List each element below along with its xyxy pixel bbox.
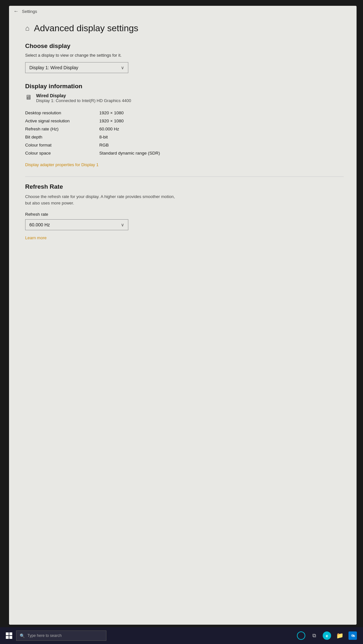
- home-icon: ⌂: [25, 24, 29, 33]
- info-value-0: 1920 × 1080: [99, 110, 123, 115]
- display-dropdown-value: Display 1: Wired Display: [29, 65, 78, 70]
- taskbar: 🔍 Type here to search ⧉ e 📁 🛍: [0, 627, 363, 644]
- search-icon: 🔍: [20, 633, 25, 638]
- info-value-2: 60.000 Hz: [99, 127, 119, 131]
- taskbar-right: ⧉ e 📁 🛍: [296, 630, 361, 641]
- info-value-4: RGB: [99, 143, 109, 147]
- choose-display-section: Choose display Select a display to view …: [25, 43, 344, 73]
- choose-display-header: Choose display: [25, 43, 344, 50]
- refresh-rate-label: Refresh rate: [25, 212, 344, 217]
- table-row: Active signal resolution 1920 × 1080: [25, 117, 344, 125]
- table-row: Bit depth 8-bit: [25, 133, 344, 141]
- store-button[interactable]: 🛍: [348, 630, 358, 641]
- info-value-5: Standard dynamic range (SDR): [99, 151, 160, 156]
- display-info-header: Display information: [25, 83, 344, 90]
- windows-icon: [6, 632, 12, 639]
- info-label-1: Active signal resolution: [25, 118, 93, 123]
- refresh-rate-section: Refresh Rate Choose the refresh rate for…: [25, 183, 344, 241]
- main-content: ⌂ Advanced display settings Choose displ…: [9, 17, 357, 625]
- back-button[interactable]: ←: [14, 8, 19, 14]
- file-explorer-icon: 📁: [336, 632, 343, 639]
- section-divider: [25, 176, 344, 177]
- search-bar[interactable]: 🔍 Type here to search: [16, 630, 106, 641]
- table-row: Desktop resolution 1920 × 1080: [25, 109, 344, 117]
- refresh-rate-header: Refresh Rate: [25, 183, 344, 190]
- info-label-2: Refresh rate (Hz): [25, 127, 93, 131]
- topbar-title: Settings: [22, 9, 37, 14]
- store-icon: 🛍: [348, 631, 357, 640]
- table-row: Colour format RGB: [25, 141, 344, 149]
- cortana-icon: [297, 631, 305, 640]
- info-label-4: Colour format: [25, 143, 93, 147]
- choose-display-description: Select a display to view or change the s…: [25, 53, 344, 58]
- top-bar: ← Settings: [9, 6, 357, 17]
- refresh-rate-dropdown[interactable]: 60.000 Hz ∨: [25, 219, 128, 230]
- device-sub: Display 1: Connected to Intel(R) HD Grap…: [36, 98, 131, 103]
- device-name: Wired Display: [36, 93, 131, 98]
- display-dropdown[interactable]: Display 1: Wired Display ∨: [25, 62, 128, 73]
- task-view-button[interactable]: ⧉: [309, 630, 319, 641]
- refresh-rate-description: Choose the refresh rate for your display…: [25, 194, 180, 206]
- file-explorer-button[interactable]: 📁: [335, 630, 345, 641]
- refresh-rate-dropdown-value: 60.000 Hz: [29, 222, 50, 227]
- info-table: Desktop resolution 1920 × 1080 Active si…: [25, 109, 344, 157]
- table-row: Refresh rate (Hz) 60.000 Hz: [25, 125, 344, 133]
- info-value-1: 1920 × 1080: [99, 118, 123, 123]
- refresh-rate-dropdown-arrow: ∨: [121, 222, 124, 227]
- search-placeholder: Type here to search: [27, 633, 62, 638]
- table-row: Colour space Standard dynamic range (SDR…: [25, 149, 344, 157]
- start-button[interactable]: [2, 629, 16, 643]
- learn-more-link[interactable]: Learn more: [25, 235, 46, 240]
- cortana-button[interactable]: [296, 630, 306, 641]
- info-label-3: Bit depth: [25, 135, 93, 139]
- display-device-row: 🖥 Wired Display Display 1: Connected to …: [25, 93, 344, 103]
- page-title: Advanced display settings: [34, 23, 138, 33]
- edge-button[interactable]: e: [322, 630, 332, 641]
- adapter-properties-link[interactable]: Display adapter properties for Display 1: [25, 162, 99, 167]
- info-value-3: 8-bit: [99, 135, 108, 139]
- display-info-section: Display information 🖥 Wired Display Disp…: [25, 83, 344, 167]
- edge-icon: e: [323, 631, 331, 640]
- display-device-info: Wired Display Display 1: Connected to In…: [36, 93, 131, 103]
- display-dropdown-arrow: ∨: [121, 65, 124, 70]
- monitor-icon: 🖥: [25, 94, 32, 101]
- info-label-0: Desktop resolution: [25, 110, 93, 115]
- task-view-icon: ⧉: [312, 633, 316, 639]
- page-title-row: ⌂ Advanced display settings: [25, 23, 344, 33]
- info-label-5: Colour space: [25, 151, 93, 156]
- settings-window: ← Settings ⌂ Advanced display settings C…: [9, 6, 357, 625]
